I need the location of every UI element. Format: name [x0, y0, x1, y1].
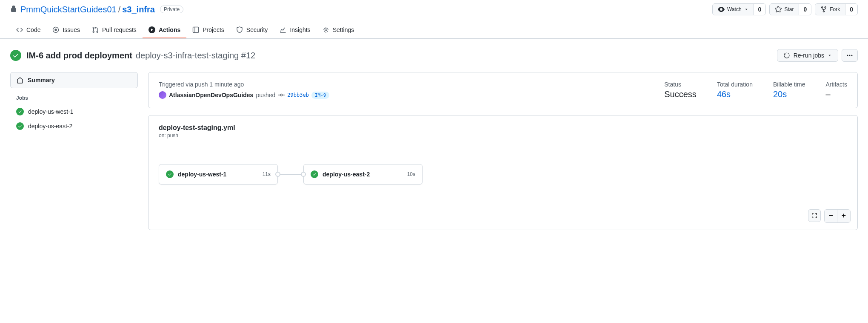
fullscreen-button[interactable]	[808, 209, 821, 222]
minus-icon	[828, 213, 834, 219]
eye-icon	[718, 6, 725, 13]
workflow-node[interactable]: deploy-us-east-2 10s	[303, 164, 423, 185]
tab-settings[interactable]: Settings	[317, 22, 360, 38]
star-count[interactable]: 0	[799, 4, 811, 15]
rerun-label: Re-run jobs	[794, 52, 824, 59]
breadcrumb: PmmQuickStartGuides01 / s3_infra	[20, 5, 155, 14]
stat-duration-value[interactable]: 46s	[717, 89, 753, 99]
shield-icon	[236, 26, 243, 33]
check-icon	[168, 172, 172, 176]
job-name: deploy-us-west-1	[28, 108, 74, 115]
zoom-out-button[interactable]	[825, 210, 837, 222]
trigger-info: Triggered via push 1 minute ago	[159, 81, 644, 88]
node-name: deploy-us-east-2	[323, 171, 403, 178]
fork-count[interactable]: 0	[845, 4, 857, 15]
check-icon	[312, 172, 317, 176]
gear-icon	[323, 26, 329, 33]
tab-projects[interactable]: Projects	[186, 22, 230, 38]
caret-down-icon	[744, 7, 748, 12]
fork-label: Fork	[830, 6, 840, 12]
star-icon	[775, 6, 782, 13]
stat-billable: Billable time 20s	[773, 81, 805, 99]
projects-icon	[192, 26, 199, 33]
svg-point-6	[849, 55, 851, 56]
avatar[interactable]	[159, 91, 166, 99]
run-subtitle: deploy-s3-infra-test-staging #12	[136, 51, 255, 61]
run-title: IM-6 add prod deployment deploy-s3-infra…	[26, 51, 255, 61]
plus-icon	[841, 213, 847, 219]
check-icon	[18, 110, 22, 114]
workflow-node[interactable]: deploy-us-west-1 11s	[159, 164, 278, 185]
play-icon	[148, 26, 155, 33]
home-icon	[17, 77, 23, 84]
node-time: 10s	[407, 171, 415, 177]
svg-point-7	[851, 55, 853, 56]
fork-button[interactable]: Fork	[815, 4, 845, 15]
commit-link[interactable]: 29bb3eb	[287, 92, 309, 98]
stat-billable-value[interactable]: 20s	[773, 89, 805, 99]
svg-point-4	[325, 29, 327, 31]
fork-button-group: Fork 0	[815, 3, 858, 15]
branch-label[interactable]: IM-9	[311, 92, 330, 99]
svg-point-5	[847, 55, 848, 56]
job-name: deploy-us-east-2	[28, 123, 72, 130]
tab-pull-requests[interactable]: Pull requests	[86, 22, 143, 38]
run-name: IM-6 add prod deployment	[26, 51, 132, 61]
run-status-icon	[10, 50, 21, 61]
watch-button[interactable]: Watch	[713, 4, 754, 15]
node-connector	[278, 174, 303, 175]
stat-duration: Total duration 46s	[717, 81, 753, 99]
node-name: deploy-us-west-1	[178, 171, 258, 178]
sidebar-job-item[interactable]: deploy-us-east-2	[10, 119, 138, 133]
star-button[interactable]: Star	[770, 4, 799, 15]
sidebar-item-summary[interactable]: Summary	[10, 72, 138, 88]
svg-rect-2	[193, 27, 199, 33]
svg-rect-11	[829, 215, 833, 216]
sidebar-summary-label: Summary	[28, 77, 55, 84]
svg-point-1	[55, 29, 57, 31]
workflow-file[interactable]: deploy-test-staging.yml	[159, 124, 847, 132]
tab-issues[interactable]: Issues	[46, 22, 86, 38]
node-time: 11s	[263, 171, 271, 177]
repo-owner-link[interactable]: PmmQuickStartGuides01	[20, 5, 117, 14]
watch-button-group: Watch 0	[712, 3, 766, 15]
sync-icon	[783, 52, 790, 59]
caret-down-icon	[828, 53, 832, 58]
watch-label: Watch	[727, 6, 742, 12]
pusher-name[interactable]: AtlassianOpenDevOpsGuides	[169, 92, 253, 98]
graph-icon	[280, 26, 286, 33]
watch-count[interactable]: 0	[754, 4, 766, 15]
sidebar-job-item[interactable]: deploy-us-west-1	[10, 104, 138, 119]
tab-insights[interactable]: Insights	[274, 22, 316, 38]
kebab-icon	[846, 52, 853, 59]
zoom-in-button[interactable]	[837, 210, 850, 222]
issues-icon	[52, 26, 59, 33]
visibility-badge: Private	[160, 6, 183, 13]
svg-rect-13	[843, 213, 844, 217]
job-status-icon	[16, 122, 24, 130]
sidebar-jobs-heading: Jobs	[10, 88, 138, 104]
stat-artifacts: Artifacts –	[825, 81, 847, 99]
commit-icon	[278, 92, 285, 98]
tab-security[interactable]: Security	[230, 22, 274, 38]
star-label: Star	[784, 6, 794, 12]
stat-status-value: Success	[664, 89, 697, 99]
stat-status: Status Success	[664, 81, 697, 99]
tab-code[interactable]: Code	[10, 22, 46, 38]
workflow-trigger: on: push	[159, 133, 847, 138]
kebab-menu-button[interactable]	[842, 49, 858, 62]
tab-actions[interactable]: Actions	[143, 22, 186, 38]
repo-name-link[interactable]: s3_infra	[122, 5, 155, 14]
svg-point-8	[280, 94, 283, 96]
job-status-icon	[311, 170, 318, 178]
fullscreen-icon	[811, 213, 817, 219]
stat-artifacts-value: –	[825, 89, 847, 99]
check-icon	[18, 124, 22, 128]
check-icon	[12, 52, 19, 59]
lock-icon	[10, 6, 17, 14]
job-status-icon	[16, 108, 24, 115]
rerun-jobs-button[interactable]: Re-run jobs	[777, 49, 838, 62]
breadcrumb-separator: /	[118, 5, 121, 14]
pushed-text: pushed	[256, 92, 275, 98]
pull-request-icon	[92, 26, 99, 33]
